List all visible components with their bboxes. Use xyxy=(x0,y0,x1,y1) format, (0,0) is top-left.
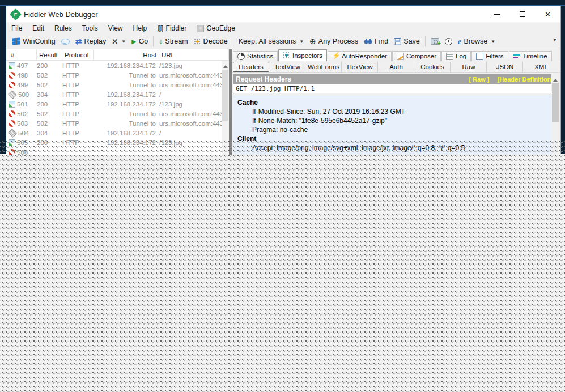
scroll-up-icon xyxy=(553,76,558,82)
subtab-textview[interactable]: TextView xyxy=(270,62,305,72)
go-button[interactable]: ▶ Go xyxy=(129,36,151,46)
subtab-auth[interactable]: Auth xyxy=(379,62,414,72)
table-row[interactable]: 501200HTTP192.168.234.172/123.jpg xyxy=(6,99,229,109)
tab-log[interactable]: Log xyxy=(441,51,471,61)
menu-item-tools[interactable]: Tools xyxy=(77,23,103,33)
menu-item-file[interactable]: File xyxy=(6,23,27,33)
table-row[interactable]: 498502HTTPTunnel tours.microsoft.com:443 xyxy=(6,70,229,80)
find-button[interactable]: Find xyxy=(361,36,391,46)
table-row[interactable]: 502502HTTPTunnel tours.microsoft.com:443 xyxy=(6,109,229,118)
title-bar[interactable]: F Fiddler Web Debugger ✕ xyxy=(6,6,560,22)
table-row[interactable]: 500304HTTP192.168.234.172/ xyxy=(6,90,229,99)
menu-item-label: Tools xyxy=(82,24,98,32)
minimize-button[interactable] xyxy=(484,6,509,22)
request-line[interactable]: GET /123.jpg HTTP/1.1 xyxy=(233,84,559,93)
keep-sessions-label: Keep: All sessions xyxy=(239,37,296,45)
tab-timeline[interactable]: Timeline xyxy=(509,51,552,61)
subtab-json[interactable]: JSON xyxy=(487,62,523,72)
table-row[interactable]: 505200HTTP192.168.234.172/123.jpg xyxy=(6,138,229,147)
headers-tree: CacheIf-Modified-Since: Sun, 27 Oct 2019… xyxy=(233,96,559,155)
raw-link[interactable]: [ Raw ] xyxy=(469,76,489,83)
header-definitions-link[interactable]: [Header Definitions] xyxy=(497,76,556,83)
scrollbar-thumb[interactable] xyxy=(222,70,228,121)
fiddler-window: F Fiddler Web Debugger ✕ FileEditRulesTo… xyxy=(6,6,561,154)
menu-item-label: Rules xyxy=(54,24,72,32)
table-row[interactable]: 499502HTTPTunnel tours.microsoft.com:443 xyxy=(6,80,229,90)
tab-filters[interactable]: Filters xyxy=(471,51,508,61)
scroll-up-icon xyxy=(223,63,228,68)
table-row[interactable]: 497200HTTP192.168.234.172/123.jpg xyxy=(6,61,229,70)
column-header-result[interactable]: Result xyxy=(37,49,62,60)
menu-item-label: File xyxy=(11,24,22,32)
timer-button[interactable] xyxy=(442,37,455,46)
column-header-protocol[interactable]: Protocol xyxy=(62,49,94,60)
session-result: 200 xyxy=(37,139,62,146)
toolbar-overflow-button[interactable]: ▼ xyxy=(553,37,557,42)
keep-sessions-dropdown[interactable]: Keep: All sessions ▼ xyxy=(236,36,307,46)
menu-item--fiddler[interactable]: 册 Fiddler xyxy=(152,23,192,35)
session-url: /123.jpg xyxy=(159,101,229,108)
subtab-xml[interactable]: XML xyxy=(524,62,559,72)
find-label: Find xyxy=(375,37,388,45)
menu-item-view[interactable]: View xyxy=(103,23,128,33)
browse-dropdown-caret-icon: ▼ xyxy=(491,39,495,44)
stream-button[interactable]: ↓ Stream xyxy=(156,36,190,46)
headers-scrollbar[interactable] xyxy=(551,74,559,155)
menu-item-edit[interactable]: Edit xyxy=(27,23,49,33)
tab-composer[interactable]: Composer xyxy=(392,51,441,61)
session-result: 200 xyxy=(37,101,62,108)
column-header-host[interactable]: Host xyxy=(94,49,159,60)
replay-arrows-icon: ⇄ xyxy=(75,37,82,45)
menu-item-help[interactable]: Help xyxy=(128,23,152,33)
table-row[interactable]: 503502HTTPTunnel tours.microsoft.com:443 xyxy=(6,118,229,128)
decode-button[interactable]: Decode xyxy=(191,36,231,46)
subtab-webforms[interactable]: WebForms xyxy=(306,62,342,72)
save-button[interactable]: Save xyxy=(391,36,423,46)
inspectors-icon xyxy=(283,52,290,59)
menu-item-geoedge[interactable]: ✳GeoEdge xyxy=(192,23,240,33)
screenshot-button[interactable] xyxy=(428,37,442,46)
any-process-button[interactable]: ⊕ Any Process xyxy=(307,36,361,46)
tab-inspectors[interactable]: Inspectors xyxy=(278,49,327,61)
maximize-button[interactable] xyxy=(509,6,535,22)
table-row[interactable]: 506 xyxy=(6,147,229,155)
session-result: 502 xyxy=(37,110,62,117)
subtab-hexview[interactable]: HexView xyxy=(342,62,378,72)
header-entry[interactable]: If-Modified-Since: Sun, 27 Oct 2019 16:1… xyxy=(233,107,559,116)
winconfig-button[interactable]: WinConfig xyxy=(10,36,58,46)
subtab-headers[interactable]: Headers xyxy=(233,62,269,72)
table-row[interactable]: 504304HTTP192.168.234.172/ xyxy=(6,128,229,138)
tab-autoresponder[interactable]: AutoResponder xyxy=(328,51,392,61)
menu-item-rules[interactable]: Rules xyxy=(49,23,77,33)
screenshot-camera-icon xyxy=(431,38,439,45)
column-header-url[interactable]: URL xyxy=(159,49,229,60)
header-section-name[interactable]: Cache xyxy=(233,98,559,107)
winconfig-label: WinConfig xyxy=(23,37,56,45)
remove-sessions-button[interactable]: ✕ ▼ xyxy=(109,37,129,46)
subtab-raw[interactable]: Raw xyxy=(451,62,487,72)
close-button[interactable]: ✕ xyxy=(535,6,560,22)
session-protocol: HTTP xyxy=(62,82,94,88)
tab-statistics[interactable]: Statistics xyxy=(233,51,278,61)
replay-button[interactable]: ⇄ Replay xyxy=(73,36,109,46)
session-result: 304 xyxy=(37,130,62,137)
comment-button[interactable] xyxy=(58,37,73,46)
session-num-cell: 497 xyxy=(9,62,37,69)
internet-explorer-icon: e xyxy=(458,37,462,46)
session-list-header[interactable]: #ResultProtocolHostURL xyxy=(6,49,229,61)
scrollbar-thumb[interactable] xyxy=(552,83,559,122)
header-entry[interactable]: Pragma: no-cache xyxy=(233,125,559,134)
subtab-cookies[interactable]: Cookies xyxy=(415,62,451,72)
geoedge-icon: ✳ xyxy=(197,25,204,32)
header-entry[interactable]: If-None-Match: "1fe8e-595e6b4452a17-gzip… xyxy=(233,116,559,125)
session-num-cell: 506 xyxy=(9,149,37,155)
header-entry[interactable]: Accept: image/png, image/svg+xml, image/… xyxy=(233,143,559,152)
request-headers-title: Request Headers xyxy=(236,75,291,83)
blocked-icon xyxy=(9,72,15,79)
header-section-name[interactable]: Client xyxy=(233,134,559,143)
session-list-scrollbar[interactable] xyxy=(222,61,229,155)
tab-label: Inspectors xyxy=(292,52,322,59)
browse-button[interactable]: e Browse ▼ xyxy=(455,36,498,47)
column-header-num[interactable]: # xyxy=(9,49,37,60)
session-protocol: HTTP xyxy=(62,110,94,117)
